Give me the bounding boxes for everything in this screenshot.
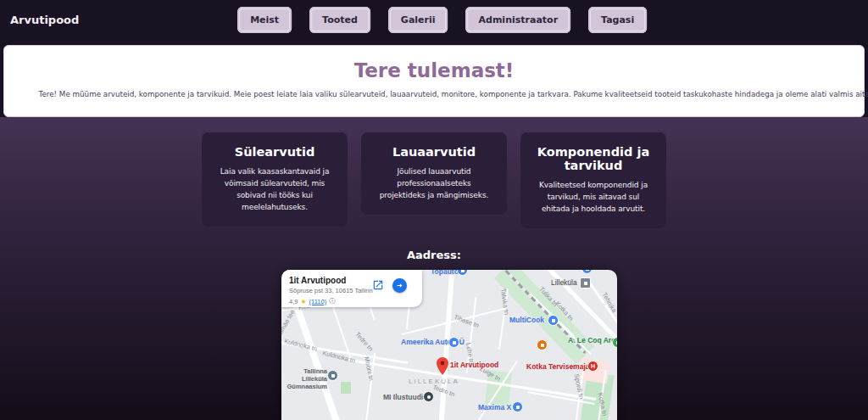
nav-button-tooted[interactable]: Tooted [309, 7, 370, 33]
brand-logo: Arvutipood [10, 14, 79, 26]
card-text: Laia valik kaasaskantavaid ja võimsaid s… [214, 166, 336, 214]
welcome-banner: Tere tulemast! Tere! Me müüme arvuteid, … [3, 45, 865, 117]
map-park-square [341, 382, 351, 394]
card-sulearvutid: Sülearvutid Laia valik kaasaskantavaid j… [202, 132, 348, 227]
street-label: Kuldnoka tn [283, 337, 318, 352]
card-lauaarvutid: Lauaarvutid Jõulised lauaarvutid profess… [361, 132, 507, 215]
poi-label-topauto[interactable]: Topauto [431, 270, 459, 276]
card-text: Jõulised lauaarvutid professionaalseteks… [373, 166, 495, 202]
poi-label-ilustuudio[interactable]: MI Ilustuudio [383, 393, 427, 401]
map-road [402, 308, 505, 335]
place-rating-row: 4,9 ★ (1110) ⓘ [289, 297, 422, 305]
poi-label-le-coq-arena[interactable]: A. Le Coq Arena [568, 336, 617, 344]
school-poi-icon[interactable] [327, 370, 338, 381]
nav-button-galerii[interactable]: Galerii [388, 7, 448, 33]
shop-poi-icon[interactable] [548, 315, 559, 326]
category-cards: Sülearvutid Laia valik kaasaskantavaid j… [0, 132, 868, 228]
train-station-icon[interactable] [580, 277, 591, 288]
card-title: Sülearvutid [214, 145, 336, 159]
page-title: Tere tulemast! [4, 59, 864, 81]
poi-label-lillekyla-station[interactable]: Lilleküla [551, 278, 577, 287]
main-section: Sülearvutid Laia valik kaasaskantavaid j… [0, 117, 868, 420]
google-map-embed[interactable]: Kirsi tn Mustamäe tee Kuldnoka tn Kuldno… [281, 270, 617, 420]
nav-button-tagasi[interactable]: Tagasi [588, 7, 647, 33]
stadium-poi-icon[interactable] [612, 337, 617, 348]
reviews-link[interactable]: (1110) [309, 298, 327, 305]
map-pin-icon[interactable] [437, 357, 448, 378]
card-komponendid: Komponendid ja tarvikud Kvaliteetsed kom… [520, 132, 666, 228]
rating-value: 4,9 [289, 298, 298, 305]
poi-label-kotka-tervisemaja[interactable]: Kotka Tervisemaja [526, 362, 590, 371]
star-icon: ★ [300, 298, 306, 305]
supermarket-poi-icon[interactable] [512, 401, 523, 412]
address-heading: Aadress: [0, 249, 868, 261]
district-label-lillekyla: LILLEKÜLA [409, 378, 459, 385]
transit-poi-icon[interactable] [581, 270, 593, 274]
hospital-poi-icon[interactable]: H [587, 361, 598, 372]
open-in-new-icon[interactable] [372, 279, 384, 291]
welcome-text: Tere! Me müüme arvuteid, komponente ja t… [39, 89, 830, 98]
car-dealer-poi-icon[interactable] [448, 337, 459, 348]
info-circle-icon: ⓘ [329, 297, 336, 305]
top-navbar: Arvutipood Meist Tooted Galerii Administ… [0, 0, 868, 45]
beauty-poi-icon[interactable] [423, 391, 434, 402]
nav-button-administraator[interactable]: Administraator [466, 7, 571, 33]
card-title: Lauaarvutid [373, 145, 495, 159]
nav-button-meist[interactable]: Meist [237, 7, 292, 33]
map-info-card: 1it Arvutipood Sõpruse pst 33, 10615 Tal… [281, 270, 422, 307]
poi-label-gymnasium[interactable]: Tallinna Lilleküla Gümnaasium [281, 367, 327, 390]
restaurant-poi-icon[interactable] [537, 339, 548, 350]
directions-button[interactable] [392, 278, 407, 293]
poi-label-multicook[interactable]: MultiCook [509, 316, 544, 324]
map-pin-label[interactable]: 1it Arvutipood [450, 361, 498, 369]
poi-label-maxima[interactable]: Maxima X [478, 403, 511, 412]
nav-buttons: Meist Tooted Galerii Administraator Taga… [237, 7, 647, 33]
hospital-letter: H [591, 363, 595, 369]
street-label: Tedre tn [353, 330, 375, 352]
card-text: Kvaliteetsed komponendid ja tarvikud, mi… [532, 180, 654, 216]
card-title: Komponendid ja tarvikud [532, 145, 654, 172]
